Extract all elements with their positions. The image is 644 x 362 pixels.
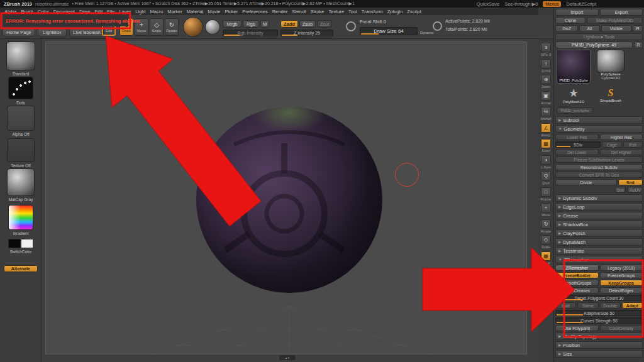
menu-render[interactable]: Render bbox=[272, 9, 288, 14]
curves-strength-slider[interactable]: Curves Strength 50 bbox=[555, 317, 643, 324]
reconstruct-subdiv-button[interactable]: Reconstruct Subdiv bbox=[555, 164, 643, 170]
shelf-item-frame[interactable]: □Frame bbox=[541, 187, 551, 201]
use-polypaint-toggle[interactable]: Use Polypaint bbox=[555, 325, 599, 331]
see-through-slider[interactable]: See-through ▶0 bbox=[504, 1, 538, 7]
m-button[interactable]: M bbox=[260, 20, 269, 28]
alternate-button[interactable]: Alternate bbox=[4, 265, 38, 272]
shelf-item-floor[interactable]: ▦Floor bbox=[541, 139, 551, 153]
rstr-button[interactable]: Rstr bbox=[623, 141, 643, 148]
export-button[interactable]: Export bbox=[600, 9, 643, 16]
menu-draw[interactable]: Draw bbox=[79, 9, 91, 14]
lightbox-tools-button[interactable]: Lightbox►Tools bbox=[555, 33, 643, 40]
shelf-item-aahalf[interactable]: ½AAHalf bbox=[540, 107, 551, 121]
divide-button[interactable]: Divide bbox=[555, 179, 617, 185]
rgb-button[interactable]: Rgb bbox=[243, 20, 259, 28]
section-size[interactable]: ▶Size bbox=[555, 350, 643, 358]
draw-size-slider[interactable]: Draw Size 64 bbox=[360, 27, 418, 35]
reuv-button[interactable]: ReUV bbox=[627, 187, 643, 193]
sdiv-slider[interactable]: SDiv bbox=[555, 141, 601, 148]
double-button[interactable]: Double bbox=[600, 302, 621, 309]
menu-transform[interactable]: Transform bbox=[362, 9, 383, 14]
menu-document[interactable]: Document bbox=[53, 9, 75, 14]
section-geometry[interactable]: ▼Geometry bbox=[555, 125, 643, 133]
viewport[interactable]: ▲▼ bbox=[42, 39, 538, 362]
canvas-scroll-handle[interactable]: ▲▼ bbox=[279, 355, 296, 360]
adapt-toggle[interactable]: Adapt bbox=[622, 302, 643, 309]
zremesher-button[interactable]: ZRemesher bbox=[555, 265, 599, 271]
model-sphere[interactable] bbox=[196, 107, 382, 293]
brush-selector[interactable]: Standard bbox=[3, 41, 38, 76]
menu-movie[interactable]: Movie bbox=[208, 9, 220, 14]
section-dynamic-subdiv[interactable]: ▶Dynamic Subdiv bbox=[555, 194, 643, 202]
section-edgeloop[interactable]: ▶EdgeLoop bbox=[555, 203, 643, 211]
del-lower-button[interactable]: Del Lower bbox=[555, 149, 599, 155]
secondary-color-swatch[interactable] bbox=[21, 239, 33, 248]
suv-toggle[interactable]: Suv bbox=[614, 187, 626, 193]
higher-res-button[interactable]: Higher Res bbox=[600, 134, 643, 140]
switch-color[interactable]: SwitchColor bbox=[3, 239, 38, 254]
active-tool-bar[interactable]: PM3D_PolySphere. 49 bbox=[555, 41, 633, 48]
section-subtool[interactable]: ▶Subtool bbox=[555, 116, 643, 124]
section-zremesher[interactable]: ▼ZRemesher bbox=[555, 256, 643, 263]
same-button[interactable]: Same bbox=[577, 302, 598, 309]
shelf-item-solo[interactable]: ●Solo bbox=[541, 299, 551, 313]
menu-preferences[interactable]: Preferences bbox=[242, 9, 267, 14]
del-higher-button[interactable]: Del Higher bbox=[600, 149, 643, 155]
freeze-groups-toggle[interactable]: FreezeGroups bbox=[600, 272, 643, 278]
menu-color[interactable]: Color bbox=[38, 9, 49, 14]
focal-shift-slider[interactable]: Focal Shift 0 bbox=[360, 19, 386, 25]
section-modify-topology[interactable]: ▶Modify Topology bbox=[555, 332, 643, 340]
keep-creases-toggle[interactable]: KeepCreases bbox=[555, 287, 599, 293]
lightbox-button[interactable]: LightBox bbox=[38, 28, 67, 36]
rotate-mode-button[interactable]: ↻ Rotate bbox=[165, 18, 179, 36]
section-shadowbox[interactable]: ▶ShadowBox bbox=[555, 221, 643, 228]
menu-zplugin[interactable]: Zplugin bbox=[387, 9, 403, 14]
shelf-item-zoom[interactable]: ⊕Zoom bbox=[541, 75, 551, 89]
shelf-item-move[interactable]: +Move bbox=[541, 203, 551, 217]
recent-tool-bar[interactable]: PM3D_polySphe bbox=[557, 107, 593, 114]
menu-macro[interactable]: Macro bbox=[150, 9, 163, 14]
freeze-border-toggle[interactable]: FreezeBorder bbox=[555, 272, 599, 278]
lower-res-button[interactable]: Lower Res bbox=[555, 134, 599, 140]
section-claypolish[interactable]: ▶ClayPolish bbox=[555, 229, 643, 237]
shelf-item-qxyz[interactable]: QQxyz bbox=[541, 171, 551, 185]
clone-button[interactable]: Clone bbox=[555, 17, 586, 24]
shelf-item-persp[interactable]: ∠Persp bbox=[541, 123, 551, 137]
import-button[interactable]: Import bbox=[555, 9, 599, 16]
menu-texture[interactable]: Texture bbox=[328, 9, 344, 14]
shelf-item-rotate[interactable]: ↻Rotate bbox=[541, 219, 551, 233]
brush-preview[interactable] bbox=[184, 18, 203, 36]
active-tool-r-button[interactable]: R bbox=[634, 41, 643, 48]
make-polymesh3d-button[interactable]: Make PolyMesh3D bbox=[587, 17, 643, 24]
detect-edges-toggle[interactable]: DetectEdges bbox=[600, 287, 643, 293]
dynamic-toggle[interactable]: Dynamic bbox=[420, 31, 433, 35]
menu-marker[interactable]: Marker bbox=[167, 9, 182, 14]
menu-material[interactable]: Material bbox=[187, 9, 204, 14]
menus-button[interactable]: Menus bbox=[543, 1, 561, 7]
shelf-item-actual[interactable]: ▣Actual bbox=[541, 91, 551, 105]
shelf-item-polyf[interactable]: ▦PolyF bbox=[541, 251, 551, 265]
smooth-groups-toggle[interactable]: SmoothGroups bbox=[555, 280, 599, 286]
zadd-button[interactable]: Zadd bbox=[280, 20, 298, 28]
legacy-2018-button[interactable]: Legacy (2018) bbox=[600, 265, 643, 271]
section-position[interactable]: ▶Position bbox=[555, 341, 643, 349]
color-density-button[interactable]: ColorDensity bbox=[600, 325, 643, 331]
goz-visible-button[interactable]: Visible bbox=[601, 25, 631, 32]
home-page-button[interactable]: Home Page bbox=[3, 28, 35, 36]
convert-bpr-button[interactable]: Convert BPR To Geo bbox=[555, 172, 643, 178]
menu-brush[interactable]: Brush bbox=[21, 9, 33, 14]
cage-button[interactable]: Cage bbox=[602, 141, 622, 148]
menu-zscript[interactable]: Zscript bbox=[407, 9, 421, 14]
goz-r-button[interactable]: R bbox=[633, 25, 643, 32]
texture-selector[interactable]: Texture Off bbox=[3, 138, 38, 168]
menu-layer[interactable]: Layer bbox=[119, 9, 131, 14]
menu-file[interactable]: File bbox=[107, 9, 114, 14]
menu-alpha[interactable]: Alpha bbox=[4, 9, 16, 14]
section-crease[interactable]: ▶Crease bbox=[555, 212, 643, 219]
menu-edit[interactable]: Edit bbox=[94, 9, 103, 14]
material-preview[interactable] bbox=[206, 20, 219, 34]
material-selector[interactable]: MatCap Gray bbox=[3, 168, 38, 202]
default-zscript-button[interactable]: DefaultZScript bbox=[566, 1, 596, 7]
menu-stroke[interactable]: Stroke bbox=[311, 9, 325, 14]
smt-toggle[interactable]: Smt bbox=[618, 179, 643, 185]
